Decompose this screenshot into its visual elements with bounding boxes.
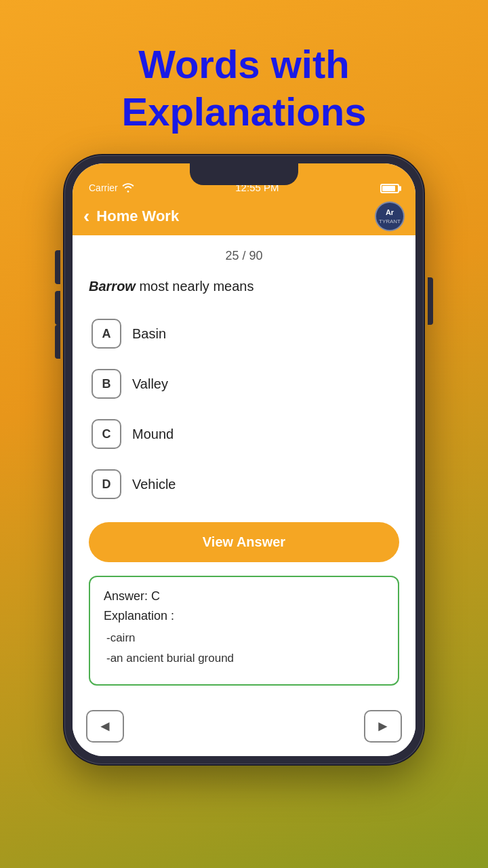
phone-notch — [190, 163, 298, 185]
question-text: Barrow most nearly means — [89, 277, 399, 296]
header-title: Home Work — [96, 208, 179, 225]
app-title-line1: Words with — [122, 41, 367, 88]
explanation-item-1: -cairn — [104, 631, 384, 645]
option-a[interactable]: A Basin — [89, 312, 399, 355]
carrier-label: Carrier — [89, 182, 118, 193]
answer-label: Answer: C — [104, 589, 384, 604]
phone-screen: Carrier 12:55 PM ‹ Home Work ArT — [73, 163, 415, 756]
question-rest: most nearly means — [136, 279, 254, 294]
prev-icon: ◄ — [98, 717, 113, 735]
explanation-label: Explanation : — [104, 609, 384, 623]
option-d-label: Vehicle — [132, 477, 176, 492]
option-b-label: Valley — [132, 376, 168, 392]
next-button[interactable]: ► — [364, 710, 402, 743]
quiz-content: 25 / 90 Barrow most nearly means A Basin… — [73, 235, 415, 699]
status-right — [380, 184, 399, 193]
app-header: ‹ Home Work ArTYRANT — [73, 197, 415, 235]
option-c-box: C — [92, 419, 121, 449]
question-word: Barrow — [89, 279, 136, 294]
option-a-label: Basin — [132, 326, 166, 342]
option-a-box: A — [92, 319, 121, 349]
option-d-box: D — [92, 469, 121, 499]
user-avatar[interactable]: ArTYRANT — [375, 201, 405, 231]
prev-button[interactable]: ◄ — [86, 710, 124, 743]
options-list: A Basin B Valley C Mound D Vehicle — [89, 312, 399, 506]
back-button[interactable]: ‹ — [83, 205, 89, 227]
navigation-arrows: ◄ ► — [73, 699, 415, 756]
option-b-box: B — [92, 369, 121, 399]
option-d[interactable]: D Vehicle — [89, 462, 399, 506]
answer-box: Answer: C Explanation : -cairn -an ancie… — [89, 576, 399, 686]
phone-frame: Carrier 12:55 PM ‹ Home Work ArT — [64, 155, 424, 764]
progress-indicator: 25 / 90 — [89, 249, 399, 263]
option-c-label: Mound — [132, 427, 174, 442]
battery-fill — [382, 186, 395, 191]
app-title-block: Words with Explanations — [122, 41, 367, 135]
header-left: ‹ Home Work — [83, 205, 179, 227]
explanation-item-2: -an ancient burial ground — [104, 652, 384, 665]
status-left: Carrier — [89, 182, 134, 193]
next-icon: ► — [375, 717, 390, 735]
wifi-icon — [122, 183, 134, 193]
avatar-text: ArTYRANT — [379, 208, 401, 225]
option-b[interactable]: B Valley — [89, 362, 399, 406]
view-answer-button[interactable]: View Answer — [89, 522, 399, 562]
battery-icon — [380, 184, 399, 193]
option-c[interactable]: C Mound — [89, 412, 399, 456]
app-title-line2: Explanations — [122, 88, 367, 136]
